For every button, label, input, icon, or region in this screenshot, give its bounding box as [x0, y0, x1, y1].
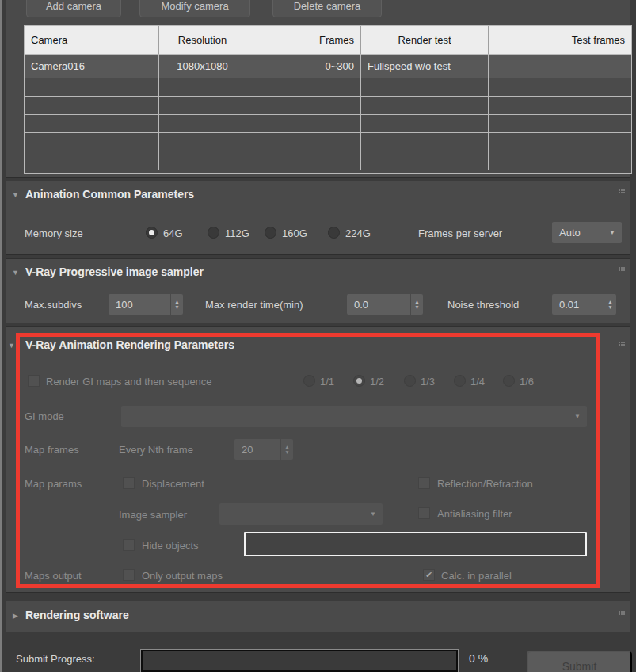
cell-resolution: 1080x1080	[159, 55, 246, 78]
max-subdivs-value: 100	[109, 299, 170, 311]
camera-list-panel: Add camera Modify camera Delete camera C…	[6, 0, 630, 178]
antialiasing-filter-label: Antialiasing filter	[437, 503, 512, 524]
table-row-empty[interactable]	[25, 151, 631, 170]
max-subdivs-spinner[interactable]: 100 ▲▼	[109, 294, 183, 315]
window-edge-strip	[0, 0, 2, 672]
radio-fraction-1-1[interactable]	[303, 375, 315, 387]
progress-percent-value: 0 %	[469, 648, 488, 669]
table-row-empty[interactable]	[25, 97, 631, 115]
cell-camera: Camera016	[25, 55, 159, 78]
column-header-frames[interactable]: Frames	[246, 26, 361, 54]
rollout-title[interactable]: V-Ray Animation Rendering Parameters	[25, 338, 234, 351]
table-row-selected[interactable]: Camera016 1080x1080 0~300 Fullspeed w/o …	[25, 55, 631, 78]
gi-mode-dropdown[interactable]: ▼	[121, 406, 587, 427]
render-gi-label: Render GI maps and then sequence	[46, 371, 212, 391]
render-gi-checkbox[interactable]: ✔	[28, 375, 40, 387]
max-render-time-label: Max render time(min)	[205, 294, 303, 315]
dropdown-arrow-icon: ▼	[574, 413, 581, 420]
spinner-arrows-icon[interactable]: ▲▼	[410, 294, 423, 315]
submit-progress-bar	[141, 650, 458, 672]
add-camera-button[interactable]: Add camera	[26, 0, 121, 17]
cell-frames: 0~300	[246, 55, 361, 78]
radio-fraction-1-3-label[interactable]: 1/3	[421, 371, 435, 391]
every-nth-frame-spinner[interactable]: 20 ▲▼	[234, 439, 293, 460]
radio-memory-160g[interactable]	[265, 227, 276, 239]
hide-objects-input[interactable]	[244, 532, 587, 556]
camera-table: Camera Resolution Frames Render test Tes…	[24, 25, 632, 174]
memory-size-label: Memory size	[25, 223, 83, 243]
rollout-animation-common: ▼ Animation Common Parameters Memory siz…	[6, 181, 630, 255]
reflection-refraction-label: Reflection/Refraction	[437, 473, 533, 494]
maps-output-label: Maps output	[25, 565, 82, 586]
calc-in-parallel-label: Calc. in parallel	[441, 565, 512, 586]
frames-per-server-label: Frames per server	[418, 223, 502, 243]
radio-fraction-1-2-label[interactable]: 1/2	[370, 371, 384, 391]
submit-button[interactable]: Submit	[527, 651, 632, 672]
every-nth-frame-label: Every Nth frame	[119, 439, 193, 460]
radio-fraction-1-1-label[interactable]: 1/1	[320, 371, 334, 391]
rollout-handle-icon[interactable]	[619, 342, 620, 343]
column-header-test-frames[interactable]: Test frames	[489, 26, 631, 54]
noise-threshold-spinner[interactable]: 0.01 ▲▼	[552, 294, 616, 315]
radio-memory-224g[interactable]	[328, 227, 340, 239]
hide-objects-checkbox[interactable]: ✔	[123, 539, 135, 551]
displacement-checkbox[interactable]: ✔	[123, 477, 135, 489]
radio-memory-224g-label[interactable]: 224G	[345, 223, 371, 243]
column-header-render-test[interactable]: Render test	[361, 26, 489, 54]
spinner-arrows-icon[interactable]: ▲▼	[604, 294, 616, 315]
collapse-arrow-icon[interactable]: ▼	[12, 191, 19, 199]
max-render-time-spinner[interactable]: 0.0 ▲▼	[347, 294, 423, 315]
max-render-time-value: 0.0	[347, 299, 410, 311]
radio-fraction-1-2[interactable]	[353, 375, 365, 387]
table-row-empty[interactable]	[25, 133, 631, 151]
every-nth-frame-value: 20	[234, 444, 280, 456]
cell-render-test: Fullspeed w/o test	[361, 55, 489, 78]
modify-camera-button[interactable]: Modify camera	[139, 0, 250, 17]
spinner-arrows-icon[interactable]: ▲▼	[170, 294, 183, 315]
radio-memory-160g-label[interactable]: 160G	[282, 223, 307, 243]
collapse-arrow-icon[interactable]: ▼	[12, 269, 19, 277]
reflection-refraction-checkbox[interactable]: ✔	[418, 477, 430, 489]
hide-objects-label: Hide objects	[142, 535, 199, 556]
displacement-label: Displacement	[142, 473, 204, 494]
rollout-handle-icon[interactable]	[619, 611, 620, 613]
radio-fraction-1-6[interactable]	[503, 375, 515, 387]
expand-arrow-icon[interactable]: ▶	[13, 612, 18, 620]
frames-per-server-dropdown[interactable]: Auto ▼	[552, 222, 622, 243]
rollout-title[interactable]: V-Ray Progressive image sampler	[25, 265, 204, 278]
frames-per-server-value: Auto	[559, 227, 581, 239]
collapse-arrow-icon[interactable]: ▼	[8, 342, 15, 349]
dropdown-arrow-icon: ▼	[609, 229, 615, 236]
map-frames-label: Map frames	[25, 439, 79, 460]
image-sampler-label: Image sampler	[119, 504, 187, 525]
radio-fraction-1-6-label[interactable]: 1/6	[520, 371, 534, 391]
camera-table-header: Camera Resolution Frames Render test Tes…	[25, 26, 631, 55]
rollout-title[interactable]: Rendering software	[25, 609, 129, 621]
column-header-camera[interactable]: Camera	[25, 26, 159, 54]
radio-fraction-1-4-label[interactable]: 1/4	[470, 371, 485, 391]
rollout-handle-icon[interactable]	[619, 267, 620, 269]
antialiasing-filter-checkbox[interactable]: ✔	[418, 507, 430, 519]
only-output-maps-checkbox[interactable]: ✔	[123, 569, 135, 581]
delete-camera-button[interactable]: Delete camera	[272, 0, 382, 17]
max-subdivs-label: Max.subdivs	[25, 294, 82, 315]
calc-in-parallel-checkbox[interactable]: ✔	[423, 569, 435, 581]
rollout-title[interactable]: Animation Common Parameters	[25, 188, 194, 200]
table-row-empty[interactable]	[25, 78, 631, 97]
radio-memory-64g-label[interactable]: 64G	[163, 223, 183, 243]
table-row-empty[interactable]	[25, 115, 631, 133]
map-params-label: Map params	[25, 473, 82, 494]
radio-memory-112g[interactable]	[208, 227, 219, 239]
rollout-handle-icon[interactable]	[619, 189, 620, 191]
only-output-maps-label: Only output maps	[142, 565, 223, 586]
column-header-resolution[interactable]: Resolution	[159, 26, 246, 54]
radio-fraction-1-3[interactable]	[404, 375, 416, 387]
radio-memory-64g[interactable]	[146, 227, 158, 239]
image-sampler-dropdown[interactable]: ▼	[219, 503, 383, 525]
gi-mode-label: GI mode	[25, 406, 64, 426]
spinner-arrows-icon[interactable]: ▲▼	[280, 439, 293, 460]
radio-fraction-1-4[interactable]	[454, 375, 466, 387]
radio-memory-112g-label[interactable]: 112G	[225, 223, 249, 243]
dropdown-arrow-icon: ▼	[370, 510, 376, 517]
noise-threshold-value: 0.01	[552, 299, 604, 311]
